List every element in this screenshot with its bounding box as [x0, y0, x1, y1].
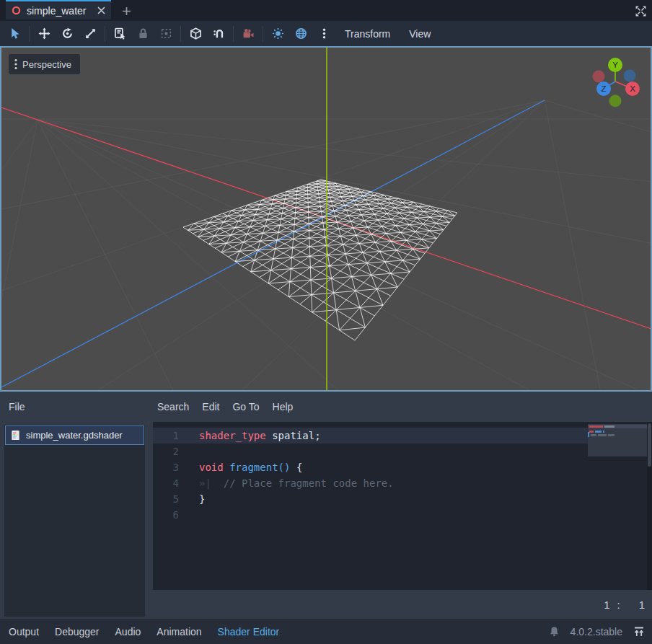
toolbar-separator	[29, 26, 30, 42]
file-list-item[interactable]: simple_water.gdshader	[5, 425, 144, 445]
projection-label: Perspective	[22, 59, 71, 70]
toolbar-separator	[233, 26, 234, 42]
spatial-editor-toolbar: Transform View	[0, 21, 652, 46]
scale-tool-button[interactable]	[79, 21, 102, 46]
scene-tab-bar: simple_water	[0, 0, 652, 21]
toolbar-separator	[180, 26, 181, 42]
viewport-scene: YXZ	[1, 48, 651, 390]
svg-text:Y: Y	[612, 61, 618, 69]
new-tab-button[interactable]	[118, 2, 135, 19]
line-text: shader_type spatial;	[179, 430, 321, 441]
line-number: 1	[153, 430, 179, 441]
version-label: 4.0.2.stable	[570, 626, 622, 638]
code-line-5[interactable]: 5}	[153, 491, 652, 507]
camera-icon	[242, 27, 255, 40]
shader-file-list: simple_water.gdshader	[4, 425, 145, 617]
menu-go-to[interactable]: Go To	[232, 401, 259, 413]
bottom-tab-output[interactable]: Output	[9, 626, 39, 638]
group-icon	[160, 27, 172, 40]
menu-file[interactable]: File	[9, 401, 25, 413]
group-selected-button[interactable]	[154, 21, 177, 46]
code-line-3[interactable]: 3void fragment() {	[153, 459, 652, 475]
bottom-panel-bar: OutputDebuggerAudioAnimationShader Edito…	[0, 619, 652, 644]
preview-sun-toggle-button[interactable]	[266, 21, 289, 46]
bottom-tab-debugger[interactable]: Debugger	[55, 626, 100, 638]
bottom-tab-animation[interactable]: Animation	[157, 626, 201, 638]
svg-text:Z: Z	[601, 84, 606, 93]
editor-scrollbar[interactable]	[647, 422, 652, 590]
scale-icon	[84, 27, 97, 40]
line-number: 5	[153, 493, 179, 505]
projection-menu-button[interactable]: Perspective	[9, 54, 80, 74]
line-text: void fragment() {	[179, 462, 302, 473]
globe-icon	[295, 27, 307, 40]
kebab-icon	[318, 27, 330, 40]
code-line-6[interactable]: 6	[153, 507, 652, 523]
tab-simple-water[interactable]: simple_water	[6, 0, 111, 19]
file-name: simple_water.gdshader	[26, 430, 123, 441]
snap-toggle-button[interactable]	[207, 21, 230, 46]
menu-edit[interactable]: Edit	[202, 401, 219, 413]
caret-position: 1:1	[153, 590, 652, 619]
shader-file-icon	[10, 430, 21, 441]
code-line-1[interactable]: 1shader_type spatial;	[153, 428, 652, 444]
snap-icon	[213, 27, 225, 40]
menu-search[interactable]: Search	[157, 401, 189, 413]
list-select-icon	[114, 27, 126, 40]
rotate-tool-button[interactable]	[56, 21, 79, 46]
select-tool-button[interactable]	[3, 21, 26, 46]
code-minimap[interactable]	[588, 424, 647, 456]
tab-label: simple_water	[27, 5, 97, 17]
move-icon	[38, 27, 50, 40]
rotate-icon	[61, 27, 74, 40]
preview-camera-toggle-button[interactable]	[237, 21, 260, 46]
toolbar-separator	[105, 26, 105, 42]
bell-icon[interactable]	[549, 626, 560, 637]
svg-text:X: X	[630, 84, 635, 93]
code-line-2[interactable]: 2	[153, 444, 652, 459]
move-panel-top-icon[interactable]	[633, 626, 645, 638]
move-tool-button[interactable]	[32, 21, 56, 46]
menu-view[interactable]: View	[400, 21, 440, 46]
bottom-tab-shader-editor[interactable]: Shader Editor	[218, 626, 280, 638]
line-number: 6	[153, 509, 179, 521]
line-number: 4	[153, 477, 179, 489]
tab-close-icon[interactable]	[97, 6, 105, 14]
line-text: }	[179, 493, 205, 505]
select-icon	[9, 27, 21, 40]
shader-code-editor[interactable]: 1shader_type spatial;23void fragment() {…	[153, 422, 652, 590]
toolbar-separator	[263, 26, 263, 42]
line-number: 2	[153, 446, 179, 457]
preview-environment-toggle-button[interactable]	[289, 21, 312, 46]
line-number: 3	[153, 462, 179, 473]
line-text: »| // Place fragment code here.	[179, 477, 394, 489]
bottom-tab-audio[interactable]: Audio	[115, 626, 141, 638]
shader-circle-icon	[12, 6, 21, 15]
orientation-gizmo: YXZ	[593, 58, 640, 107]
sun-environment-options-button[interactable]	[312, 21, 335, 46]
kebab-icon	[14, 58, 17, 70]
local-space-toggle-button[interactable]	[184, 21, 207, 46]
viewport-3d[interactable]: YXZ Perspective	[0, 46, 652, 392]
code-line-4[interactable]: 4»| // Place fragment code here.	[153, 475, 652, 491]
menu-transform[interactable]: Transform	[335, 21, 400, 46]
lock-icon	[137, 27, 149, 40]
fullscreen-button[interactable]	[633, 3, 648, 19]
sun-icon	[272, 27, 284, 40]
cube-icon	[190, 27, 202, 40]
menu-help[interactable]: Help	[273, 401, 294, 413]
bottom-dock: File simple_water.gdshader SearchEditGo …	[0, 392, 652, 619]
list-select-tool-button[interactable]	[108, 21, 131, 46]
lock-selected-button[interactable]	[131, 21, 154, 46]
